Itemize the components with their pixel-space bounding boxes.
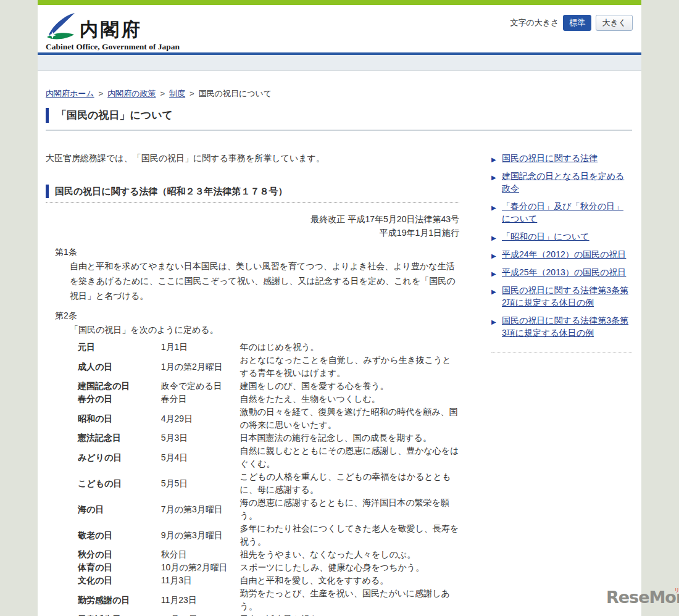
font-size-control: 文字の大きさ 標準 大きく xyxy=(510,15,633,31)
breadcrumb-current: 国民の祝日について xyxy=(199,89,272,98)
holiday-date: 7月の第3月曜日 xyxy=(161,496,240,522)
font-size-standard-button[interactable]: 標準 xyxy=(563,15,591,31)
triangle-bullet-icon: ▶ xyxy=(491,154,496,166)
font-size-label: 文字の大きさ xyxy=(510,17,559,28)
breadcrumb: 内閣府ホーム>内閣府の政策>制度>国民の祝日について xyxy=(46,88,632,99)
related-link-item: ▶「春分の日」及び「秋分の日」について xyxy=(491,200,632,225)
holiday-row: 昭和の日4月29日激動の日々を経て、復興を遂げた昭和の時代を顧み、国の将来に思い… xyxy=(78,406,459,431)
breadcrumb-link[interactable]: 内閣府の政策 xyxy=(107,89,156,98)
holiday-name: みどりの日 xyxy=(78,444,161,470)
holiday-date: 12月23日 xyxy=(161,613,240,616)
holiday-row: みどりの日5月4日自然に親しむとともにその恩恵に感謝し、豊かな心をはぐくむ。 xyxy=(78,444,459,470)
article-text: 「国民の祝日」を次のように定める。 xyxy=(70,322,459,337)
holiday-table-body: 元日1月1日年のはじめを祝う。成人の日1月の第2月曜日おとなになったことを自覚し… xyxy=(78,341,459,616)
site-name: 内閣府 xyxy=(80,20,143,41)
holiday-description: 多年にわたり社会につくしてきた老人を敬愛し、長寿を祝う。 xyxy=(240,522,459,548)
related-links-list: ▶国民の祝日に関する法律▶建国記念の日となる日を定める政令▶「春分の日」及び「秋… xyxy=(491,152,632,339)
law-heading-block: 国民の祝日に関する法律（昭和２３年法律第１７８号） xyxy=(46,185,459,204)
triangle-bullet-icon: ▶ xyxy=(491,286,496,298)
holiday-name: こどもの日 xyxy=(78,470,161,496)
related-link[interactable]: 平成25年（2013）の国民の祝日 xyxy=(502,267,626,277)
law-heading: 国民の祝日に関する法律（昭和２３年法律第１７８号） xyxy=(46,185,459,199)
holiday-name: 勤労感謝の日 xyxy=(78,587,161,613)
holiday-date: 11月23日 xyxy=(161,587,240,613)
law-articles: 第1条自由と平和を求めてやまない日本国民は、美しい風習を育てつつ、よりよき社会、… xyxy=(46,245,459,337)
triangle-bullet-icon: ▶ xyxy=(491,316,496,328)
resemom-watermark: リセマム ReseMom. xyxy=(606,588,679,607)
breadcrumb-link[interactable]: 内閣府ホーム xyxy=(46,89,94,98)
related-link[interactable]: 国民の祝日に関する法律第3条第2項に規定する休日の例 xyxy=(502,285,628,307)
holiday-row: 敬老の日9月の第3月曜日多年にわたり社会につくしてきた老人を敬愛し、長寿を祝う。 xyxy=(78,522,459,548)
related-link-item: ▶「昭和の日」について xyxy=(491,230,632,243)
site-header: 内閣府 Cabinet Office, Government of Japan … xyxy=(38,5,641,52)
holiday-row: 秋分の日秋分日祖先をうやまい、なくなった人々をしのぶ。 xyxy=(78,548,459,561)
article-text: 自由と平和を求めてやまない日本国民は、美しい風習を育てつつ、よりよき社会、より豊… xyxy=(70,259,459,303)
related-link[interactable]: 国民の祝日に関する法律第3条第3項に規定する休日の例 xyxy=(502,315,628,338)
holiday-row: こどもの日5月5日こどもの人格を重んじ、こどもの幸福をはかるとともに、母に感謝す… xyxy=(78,470,459,496)
content-columns: 大臣官房総務課では、「国民の祝日」に関する事務を所掌しています。 国民の祝日に関… xyxy=(46,152,632,616)
holiday-date: 5月3日 xyxy=(161,431,240,444)
holiday-description: 自由と平和を愛し、文化をすすめる。 xyxy=(240,574,459,587)
related-link[interactable]: 「春分の日」及び「秋分の日」について xyxy=(502,201,623,223)
holiday-name: 天皇誕生日 xyxy=(78,613,161,616)
holiday-description: 自然をたたえ、生物をいつくしむ。 xyxy=(240,393,459,406)
holiday-description: 日本国憲法の施行を記念し、国の成長を期する。 xyxy=(240,431,459,444)
holiday-description: おとなになったことを自覚し、みずから生き抜こうとする青年を祝いはげます。 xyxy=(240,354,459,380)
related-link-item: ▶平成25年（2013）の国民の祝日 xyxy=(491,266,632,278)
holiday-description: 建国をしのび、国を愛する心を養う。 xyxy=(240,380,459,393)
top-accent-bar xyxy=(38,0,641,5)
related-link-item: ▶国民の祝日に関する法律 xyxy=(491,152,632,164)
holiday-date: 5月5日 xyxy=(161,470,240,496)
article-label: 第2条 xyxy=(55,309,459,322)
site-name-english: Cabinet Office, Government of Japan xyxy=(46,42,180,51)
triangle-bullet-icon: ▶ xyxy=(491,268,496,280)
holiday-name: 建国記念の日 xyxy=(78,380,161,393)
holiday-name: 春分の日 xyxy=(78,393,161,406)
holiday-name: 昭和の日 xyxy=(78,406,161,431)
page-title-block: 「国民の祝日」について xyxy=(46,108,632,131)
holiday-date: 1月1日 xyxy=(161,341,240,354)
related-link[interactable]: 国民の祝日に関する法律 xyxy=(502,153,598,163)
header-sub-bar xyxy=(38,55,641,71)
related-link-item: ▶平成24年（2012）の国民の祝日 xyxy=(491,248,632,260)
holiday-date: 11月3日 xyxy=(161,574,240,587)
holiday-name: 憲法記念日 xyxy=(78,431,161,444)
holiday-description: 勤労をたっとび、生産を祝い、国民たがいに感謝しあう。 xyxy=(240,587,459,613)
holiday-row: 文化の日11月3日自由と平和を愛し、文化をすすめる。 xyxy=(78,574,459,587)
holiday-table: 元日1月1日年のはじめを祝う。成人の日1月の第2月曜日おとなになったことを自覚し… xyxy=(78,341,459,616)
holiday-date: 10月の第2月曜日 xyxy=(161,561,240,574)
font-size-larger-button[interactable]: 大きく xyxy=(596,15,633,31)
holiday-row: 建国記念の日政令で定める日建国をしのび、国を愛する心を養う。 xyxy=(78,380,459,393)
breadcrumb-separator: > xyxy=(99,89,104,98)
site-logo-link[interactable]: 内閣府 Cabinet Office, Government of Japan xyxy=(46,12,180,52)
page-content: 内閣府ホーム>内閣府の政策>制度>国民の祝日について 「国民の祝日」について 大… xyxy=(38,71,641,616)
related-link[interactable]: 建国記念の日となる日を定める政令 xyxy=(502,171,624,193)
holiday-row: 成人の日1月の第2月曜日おとなになったことを自覚し、みずから生き抜こうとする青年… xyxy=(78,354,459,380)
article-label: 第1条 xyxy=(55,245,459,259)
holiday-row: 憲法記念日5月3日日本国憲法の施行を記念し、国の成長を期する。 xyxy=(78,431,459,444)
related-link-item: ▶国民の祝日に関する法律第3条第3項に規定する休日の例 xyxy=(491,314,632,339)
holiday-name: 成人の日 xyxy=(78,354,161,380)
related-link[interactable]: 平成24年（2012）の国民の祝日 xyxy=(502,249,626,259)
holiday-description: こどもの人格を重んじ、こどもの幸福をはかるとともに、母に感謝する。 xyxy=(240,470,459,496)
holiday-row: 体育の日10月の第2月曜日スポーツにしたしみ、健康な心身をつちかう。 xyxy=(78,561,459,574)
holiday-date: 春分日 xyxy=(161,393,240,406)
holiday-name: 文化の日 xyxy=(78,574,161,587)
triangle-bullet-icon: ▶ xyxy=(491,250,496,262)
page-container: 内閣府 Cabinet Office, Government of Japan … xyxy=(38,0,641,616)
related-link-item: ▶建国記念の日となる日を定める政令 xyxy=(491,170,632,194)
holiday-name: 秋分の日 xyxy=(78,548,161,561)
holiday-date: 5月4日 xyxy=(161,444,240,470)
triangle-bullet-icon: ▶ xyxy=(491,172,496,184)
related-link[interactable]: 「昭和の日」について xyxy=(502,231,589,241)
holiday-name: 海の日 xyxy=(78,496,161,522)
holiday-name: 敬老の日 xyxy=(78,522,161,548)
holiday-row: 勤労感謝の日11月23日勤労をたっとび、生産を祝い、国民たがいに感謝しあう。 xyxy=(78,587,459,613)
intro-text: 大臣官房総務課では、「国民の祝日」に関する事務を所掌しています。 xyxy=(46,152,459,164)
holiday-date: 4月29日 xyxy=(161,406,240,431)
holiday-row: 春分の日春分日自然をたたえ、生物をいつくしむ。 xyxy=(78,393,459,406)
breadcrumb-link[interactable]: 制度 xyxy=(169,89,185,98)
holiday-description: スポーツにしたしみ、健康な心身をつちかう。 xyxy=(240,561,459,574)
law-revision: 最終改正 平成17年5月20日法律第43号 平成19年1月1日施行 xyxy=(46,212,459,239)
holiday-description: 年のはじめを祝う。 xyxy=(240,341,459,354)
